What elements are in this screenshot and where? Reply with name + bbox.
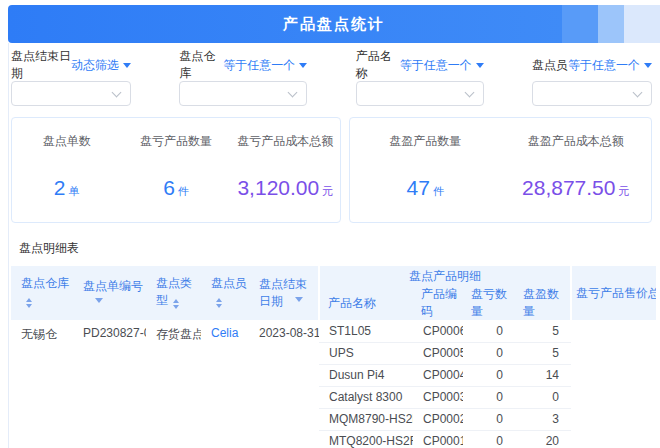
stat-label: 盘盈产品数量 [350,133,501,150]
chevron-down-icon [288,88,298,98]
page-title: 产品盘点统计 [283,15,385,34]
stat-card-gain: 盘盈产品数量 47件 盘盈产品成本总额 28,877.50元 [349,117,652,223]
table-row: 无锡仓PD230827-02存货盘点Celia2023-08-31ST1L05C… [11,320,656,342]
col-group-product-detail: 盘点产品明细 [319,266,571,286]
cell-gain-qty: 5 [515,342,571,364]
inventory-table: 盘点仓库 盘点单编号 盘点类型 盘点员 盘点结束日期 盘点产品明细 盘亏产品售价… [11,266,656,448]
stat-value: 2单 [12,176,121,200]
cell-gain-qty: 20 [515,430,571,448]
cell-loss-qty: 0 [463,320,515,342]
cell-loss-price-total: 1 [571,320,656,448]
filter-group: 盘点仓库 等于任意一个 [179,55,307,106]
sort-desc-icon [295,297,303,306]
filter-select-input[interactable] [356,81,484,106]
sort-icon [173,296,179,312]
filter-select-input[interactable] [11,81,131,106]
cell-gain-qty: 3 [515,408,571,430]
content-panel: 盘点结束日期 动态筛选 盘点仓库 等于任意一个 产品名称 [8,43,660,448]
col-header-product-name[interactable]: 产品名称 [319,286,413,320]
stat-label: 盘亏产品数量 [121,133,230,150]
cell-loss-qty: 0 [463,408,515,430]
table-section-title: 盘点明细表 [19,240,656,257]
filter-label: 产品名称 [356,48,400,82]
stat-unit: 元 [322,185,333,197]
filter-label: 盘点员 [532,57,568,74]
sort-desc-icon [95,298,103,307]
filter-select-input[interactable] [532,81,652,106]
stat-value: 47件 [350,176,501,200]
col-header-gain-qty[interactable]: 盘盈数量 [515,286,571,320]
filter-operator-button[interactable]: 动态筛选 [71,57,131,74]
stat-label: 盘盈产品成本总额 [501,133,652,150]
cell-loss-qty: 0 [463,364,515,386]
filter-operator-button[interactable]: 等于任意一个 [568,57,652,74]
filter-group: 盘点员 等于任意一个 [532,55,652,106]
stat-unit: 件 [178,185,189,197]
cell-end-date: 2023-08-31 [249,320,319,448]
cell-gain-qty: 14 [515,364,571,386]
filter-label: 盘点结束日期 [11,48,71,82]
caret-down-icon [476,63,484,72]
cell-gain-qty: 0 [515,386,571,408]
filter-label: 盘点仓库 [179,48,223,82]
cell-loss-qty: 0 [463,386,515,408]
caret-down-icon [299,63,307,72]
filter-select-input[interactable] [179,81,307,106]
stat-value: 3,120.00元 [231,176,340,200]
cell-product-code: CP0006 [413,320,463,342]
cell-loss-qty: 0 [463,430,515,448]
chevron-down-icon [633,88,643,98]
stat-item: 盘盈产品数量 47件 [350,133,501,200]
cell-clerk[interactable]: Celia [201,320,249,448]
col-header-end-date[interactable]: 盘点结束日期 [249,266,319,320]
col-header-type[interactable]: 盘点类型 [146,266,201,320]
col-header-product-code[interactable]: 产品编码 [413,286,463,320]
cell-product-name: MQM8790-HS2R [319,408,413,430]
col-header-loss-qty[interactable]: 盘亏数量 [463,286,515,320]
stat-unit: 件 [433,185,444,197]
cell-warehouse: 无锡仓 [11,320,73,448]
filter-operator-button[interactable]: 等于任意一个 [400,57,484,74]
cell-order-no: PD230827-02 [73,320,146,448]
sort-icon [216,295,222,311]
cell-product-code: CP0001 [413,430,463,448]
filter-group: 盘点结束日期 动态筛选 [11,55,131,106]
stat-item: 盘亏产品成本总额 3,120.00元 [231,133,340,200]
cell-loss-qty: 0 [463,342,515,364]
cell-product-name: MTQ8200-HS2F [319,430,413,448]
col-header-clerk[interactable]: 盘点员 [201,266,249,320]
stat-item: 盘盈产品成本总额 28,877.50元 [501,133,652,200]
col-header-order-no[interactable]: 盘点单编号 [73,266,146,320]
cell-product-name: Dusun Pi4 [319,364,413,386]
cell-product-code: CP0002 [413,408,463,430]
filter-group: 产品名称 等于任意一个 [356,55,484,106]
caret-down-icon [123,63,131,72]
filter-operator-button[interactable]: 等于任意一个 [223,57,307,74]
stat-unit: 元 [618,185,629,197]
inventory-table-body: 无锡仓PD230827-02存货盘点Celia2023-08-31ST1L05C… [11,320,656,448]
stat-label: 盘亏产品成本总额 [231,133,340,150]
stat-unit: 单 [69,185,80,197]
page-title-bar: 产品盘点统计 [8,5,660,43]
stat-card-loss: 盘点单数 2单 盘亏产品数量 6件 盘亏产品成本总额 3,120.00元 [11,117,341,223]
col-header-loss-price-total[interactable]: 盘亏产品售价总额(元) [571,266,656,320]
stats-section: 盘点单数 2单 盘亏产品数量 6件 盘亏产品成本总额 3,120.00元 盘盈产… [11,117,656,223]
cell-product-code: CP0005 [413,342,463,364]
caret-down-icon [644,63,652,72]
cell-gain-qty: 5 [515,320,571,342]
col-header-warehouse[interactable]: 盘点仓库 [11,266,73,320]
cell-product-code: CP0003 [413,386,463,408]
cell-type: 存货盘点 [146,320,201,448]
cell-product-code: CP0004 [413,364,463,386]
stat-value: 28,877.50元 [501,176,652,200]
stat-item: 盘亏产品数量 6件 [121,133,230,200]
cell-product-name: ST1L05 [319,320,413,342]
stat-item: 盘点单数 2单 [12,133,121,200]
cell-product-name: UPS [319,342,413,364]
chevron-down-icon [464,88,474,98]
sort-icon [26,295,32,311]
chevron-down-icon [112,88,122,98]
stat-value: 6件 [121,176,230,200]
inventory-table-wrap: 盘点仓库 盘点单编号 盘点类型 盘点员 盘点结束日期 盘点产品明细 盘亏产品售价… [11,266,656,448]
filter-bar: 盘点结束日期 动态筛选 盘点仓库 等于任意一个 产品名称 [11,55,656,106]
